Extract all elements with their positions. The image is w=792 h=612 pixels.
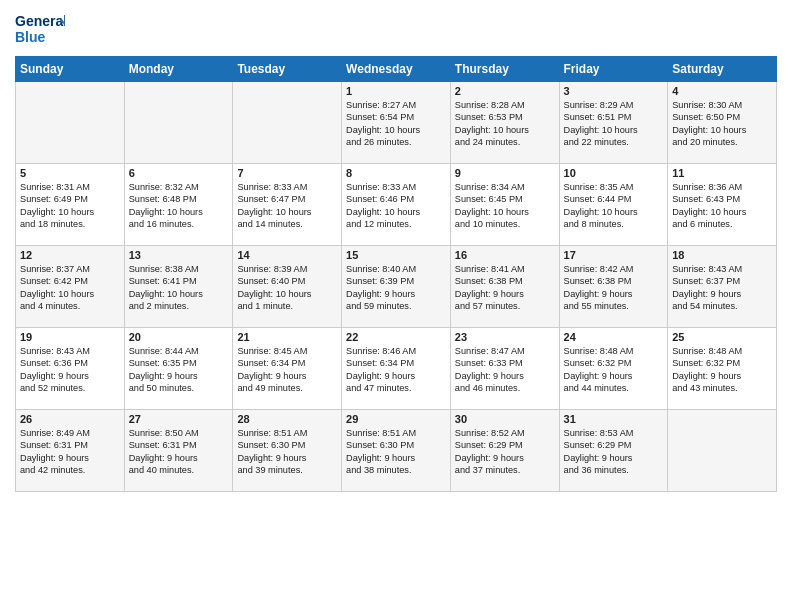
header-sunday: Sunday bbox=[16, 57, 125, 82]
day-number: 27 bbox=[129, 413, 229, 425]
day-number: 16 bbox=[455, 249, 555, 261]
day-number: 26 bbox=[20, 413, 120, 425]
calendar-cell: 30Sunrise: 8:52 AM Sunset: 6:29 PM Dayli… bbox=[450, 410, 559, 492]
calendar-cell: 27Sunrise: 8:50 AM Sunset: 6:31 PM Dayli… bbox=[124, 410, 233, 492]
header-saturday: Saturday bbox=[668, 57, 777, 82]
day-content: Sunrise: 8:51 AM Sunset: 6:30 PM Dayligh… bbox=[346, 427, 446, 477]
logo-svg: General Blue bbox=[15, 10, 65, 48]
day-content: Sunrise: 8:45 AM Sunset: 6:34 PM Dayligh… bbox=[237, 345, 337, 395]
calendar-cell bbox=[233, 82, 342, 164]
day-content: Sunrise: 8:48 AM Sunset: 6:32 PM Dayligh… bbox=[672, 345, 772, 395]
week-row-1: 1Sunrise: 8:27 AM Sunset: 6:54 PM Daylig… bbox=[16, 82, 777, 164]
day-content: Sunrise: 8:38 AM Sunset: 6:41 PM Dayligh… bbox=[129, 263, 229, 313]
calendar-table: SundayMondayTuesdayWednesdayThursdayFrid… bbox=[15, 56, 777, 492]
day-number: 6 bbox=[129, 167, 229, 179]
day-content: Sunrise: 8:36 AM Sunset: 6:43 PM Dayligh… bbox=[672, 181, 772, 231]
week-row-2: 5Sunrise: 8:31 AM Sunset: 6:49 PM Daylig… bbox=[16, 164, 777, 246]
day-number: 19 bbox=[20, 331, 120, 343]
calendar-body: 1Sunrise: 8:27 AM Sunset: 6:54 PM Daylig… bbox=[16, 82, 777, 492]
day-number: 25 bbox=[672, 331, 772, 343]
calendar-cell: 29Sunrise: 8:51 AM Sunset: 6:30 PM Dayli… bbox=[342, 410, 451, 492]
day-number: 14 bbox=[237, 249, 337, 261]
day-content: Sunrise: 8:33 AM Sunset: 6:46 PM Dayligh… bbox=[346, 181, 446, 231]
day-content: Sunrise: 8:46 AM Sunset: 6:34 PM Dayligh… bbox=[346, 345, 446, 395]
day-content: Sunrise: 8:43 AM Sunset: 6:36 PM Dayligh… bbox=[20, 345, 120, 395]
day-number: 15 bbox=[346, 249, 446, 261]
day-content: Sunrise: 8:47 AM Sunset: 6:33 PM Dayligh… bbox=[455, 345, 555, 395]
day-number: 22 bbox=[346, 331, 446, 343]
day-number: 30 bbox=[455, 413, 555, 425]
day-number: 7 bbox=[237, 167, 337, 179]
day-number: 21 bbox=[237, 331, 337, 343]
calendar-header: SundayMondayTuesdayWednesdayThursdayFrid… bbox=[16, 57, 777, 82]
day-number: 5 bbox=[20, 167, 120, 179]
day-content: Sunrise: 8:40 AM Sunset: 6:39 PM Dayligh… bbox=[346, 263, 446, 313]
day-content: Sunrise: 8:51 AM Sunset: 6:30 PM Dayligh… bbox=[237, 427, 337, 477]
calendar-cell: 9Sunrise: 8:34 AM Sunset: 6:45 PM Daylig… bbox=[450, 164, 559, 246]
day-content: Sunrise: 8:34 AM Sunset: 6:45 PM Dayligh… bbox=[455, 181, 555, 231]
calendar-cell: 1Sunrise: 8:27 AM Sunset: 6:54 PM Daylig… bbox=[342, 82, 451, 164]
day-number: 2 bbox=[455, 85, 555, 97]
day-content: Sunrise: 8:50 AM Sunset: 6:31 PM Dayligh… bbox=[129, 427, 229, 477]
day-content: Sunrise: 8:27 AM Sunset: 6:54 PM Dayligh… bbox=[346, 99, 446, 149]
calendar-cell bbox=[16, 82, 125, 164]
calendar-cell: 21Sunrise: 8:45 AM Sunset: 6:34 PM Dayli… bbox=[233, 328, 342, 410]
calendar-cell: 20Sunrise: 8:44 AM Sunset: 6:35 PM Dayli… bbox=[124, 328, 233, 410]
day-content: Sunrise: 8:39 AM Sunset: 6:40 PM Dayligh… bbox=[237, 263, 337, 313]
header-wednesday: Wednesday bbox=[342, 57, 451, 82]
header-friday: Friday bbox=[559, 57, 668, 82]
svg-text:Blue: Blue bbox=[15, 29, 46, 45]
day-content: Sunrise: 8:33 AM Sunset: 6:47 PM Dayligh… bbox=[237, 181, 337, 231]
day-content: Sunrise: 8:49 AM Sunset: 6:31 PM Dayligh… bbox=[20, 427, 120, 477]
week-row-4: 19Sunrise: 8:43 AM Sunset: 6:36 PM Dayli… bbox=[16, 328, 777, 410]
day-content: Sunrise: 8:44 AM Sunset: 6:35 PM Dayligh… bbox=[129, 345, 229, 395]
day-content: Sunrise: 8:43 AM Sunset: 6:37 PM Dayligh… bbox=[672, 263, 772, 313]
day-content: Sunrise: 8:42 AM Sunset: 6:38 PM Dayligh… bbox=[564, 263, 664, 313]
day-content: Sunrise: 8:32 AM Sunset: 6:48 PM Dayligh… bbox=[129, 181, 229, 231]
day-number: 20 bbox=[129, 331, 229, 343]
header-thursday: Thursday bbox=[450, 57, 559, 82]
day-number: 31 bbox=[564, 413, 664, 425]
logo: General Blue bbox=[15, 10, 65, 48]
day-number: 17 bbox=[564, 249, 664, 261]
day-number: 28 bbox=[237, 413, 337, 425]
calendar-cell: 10Sunrise: 8:35 AM Sunset: 6:44 PM Dayli… bbox=[559, 164, 668, 246]
day-number: 13 bbox=[129, 249, 229, 261]
calendar-cell: 7Sunrise: 8:33 AM Sunset: 6:47 PM Daylig… bbox=[233, 164, 342, 246]
day-number: 11 bbox=[672, 167, 772, 179]
calendar-cell: 25Sunrise: 8:48 AM Sunset: 6:32 PM Dayli… bbox=[668, 328, 777, 410]
calendar-cell: 16Sunrise: 8:41 AM Sunset: 6:38 PM Dayli… bbox=[450, 246, 559, 328]
calendar-cell bbox=[124, 82, 233, 164]
calendar-cell: 23Sunrise: 8:47 AM Sunset: 6:33 PM Dayli… bbox=[450, 328, 559, 410]
day-number: 1 bbox=[346, 85, 446, 97]
header-row: SundayMondayTuesdayWednesdayThursdayFrid… bbox=[16, 57, 777, 82]
page: General Blue SundayMondayTuesdayWednesda… bbox=[0, 0, 792, 612]
day-number: 29 bbox=[346, 413, 446, 425]
day-content: Sunrise: 8:30 AM Sunset: 6:50 PM Dayligh… bbox=[672, 99, 772, 149]
day-content: Sunrise: 8:48 AM Sunset: 6:32 PM Dayligh… bbox=[564, 345, 664, 395]
day-number: 24 bbox=[564, 331, 664, 343]
day-content: Sunrise: 8:53 AM Sunset: 6:29 PM Dayligh… bbox=[564, 427, 664, 477]
day-content: Sunrise: 8:37 AM Sunset: 6:42 PM Dayligh… bbox=[20, 263, 120, 313]
day-number: 10 bbox=[564, 167, 664, 179]
day-number: 23 bbox=[455, 331, 555, 343]
calendar-cell: 3Sunrise: 8:29 AM Sunset: 6:51 PM Daylig… bbox=[559, 82, 668, 164]
header: General Blue bbox=[15, 10, 777, 48]
calendar-cell: 18Sunrise: 8:43 AM Sunset: 6:37 PM Dayli… bbox=[668, 246, 777, 328]
calendar-cell: 8Sunrise: 8:33 AM Sunset: 6:46 PM Daylig… bbox=[342, 164, 451, 246]
calendar-cell: 31Sunrise: 8:53 AM Sunset: 6:29 PM Dayli… bbox=[559, 410, 668, 492]
day-content: Sunrise: 8:52 AM Sunset: 6:29 PM Dayligh… bbox=[455, 427, 555, 477]
calendar-cell: 2Sunrise: 8:28 AM Sunset: 6:53 PM Daylig… bbox=[450, 82, 559, 164]
calendar-cell: 17Sunrise: 8:42 AM Sunset: 6:38 PM Dayli… bbox=[559, 246, 668, 328]
calendar-cell: 15Sunrise: 8:40 AM Sunset: 6:39 PM Dayli… bbox=[342, 246, 451, 328]
day-content: Sunrise: 8:31 AM Sunset: 6:49 PM Dayligh… bbox=[20, 181, 120, 231]
day-content: Sunrise: 8:28 AM Sunset: 6:53 PM Dayligh… bbox=[455, 99, 555, 149]
calendar-cell: 14Sunrise: 8:39 AM Sunset: 6:40 PM Dayli… bbox=[233, 246, 342, 328]
day-number: 8 bbox=[346, 167, 446, 179]
calendar-cell: 28Sunrise: 8:51 AM Sunset: 6:30 PM Dayli… bbox=[233, 410, 342, 492]
calendar-cell: 5Sunrise: 8:31 AM Sunset: 6:49 PM Daylig… bbox=[16, 164, 125, 246]
calendar-cell: 24Sunrise: 8:48 AM Sunset: 6:32 PM Dayli… bbox=[559, 328, 668, 410]
calendar-cell: 11Sunrise: 8:36 AM Sunset: 6:43 PM Dayli… bbox=[668, 164, 777, 246]
day-content: Sunrise: 8:35 AM Sunset: 6:44 PM Dayligh… bbox=[564, 181, 664, 231]
calendar-cell: 12Sunrise: 8:37 AM Sunset: 6:42 PM Dayli… bbox=[16, 246, 125, 328]
